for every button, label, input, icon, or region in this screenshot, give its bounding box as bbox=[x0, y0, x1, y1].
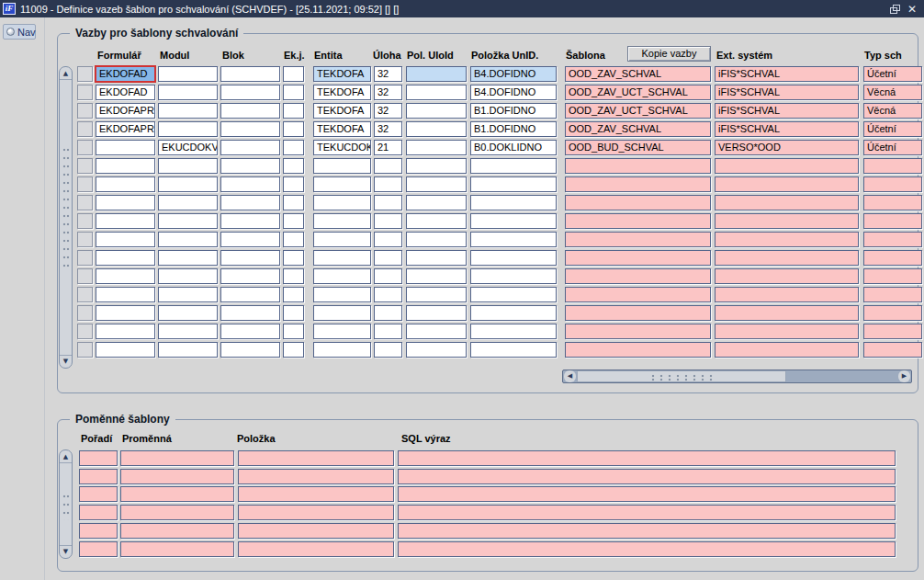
cell-ekj[interactable] bbox=[283, 121, 304, 137]
cell-ekj[interactable] bbox=[283, 103, 304, 119]
cell-pol_uloid[interactable] bbox=[406, 250, 467, 266]
vazby-horizontal-scrollbar[interactable]: ◀ ▶ bbox=[562, 370, 912, 383]
record-selector[interactable] bbox=[77, 268, 93, 284]
cell-pol_uloid[interactable] bbox=[406, 287, 467, 302]
cell-poradi[interactable] bbox=[79, 541, 118, 557]
cell-ext[interactable] bbox=[715, 287, 859, 302]
cell-poradi[interactable] bbox=[79, 469, 118, 484]
scrollbar-grip[interactable] bbox=[62, 148, 70, 267]
cell-ekj[interactable] bbox=[283, 268, 304, 284]
record-selector[interactable] bbox=[77, 66, 93, 82]
cell-form[interactable]: EKDOFAD bbox=[96, 66, 155, 82]
cell-pol_uloid[interactable] bbox=[406, 176, 467, 192]
cell-polozka[interactable]: B1.DOFIDNO bbox=[470, 103, 557, 119]
cell-modul[interactable] bbox=[158, 195, 218, 210]
cell-entita[interactable] bbox=[313, 158, 371, 174]
cell-blok[interactable] bbox=[220, 250, 280, 266]
cell-sql[interactable] bbox=[398, 469, 896, 484]
cell-pol_uloid[interactable] bbox=[406, 121, 467, 137]
cell-modul[interactable]: EKUCDOKV bbox=[158, 140, 218, 155]
cell-sablona[interactable]: OOD_ZAV_SCHVAL bbox=[565, 121, 711, 137]
cell-typ[interactable]: Věcná bbox=[863, 85, 922, 100]
cell-uloha[interactable] bbox=[374, 324, 402, 339]
cell-polozka[interactable]: B0.DOKLIDNO bbox=[470, 140, 557, 155]
cell-ekj[interactable] bbox=[283, 85, 304, 100]
record-selector[interactable] bbox=[77, 213, 93, 229]
cell-ekj[interactable] bbox=[283, 232, 304, 247]
cell-blok[interactable] bbox=[220, 324, 280, 339]
cell-blok[interactable] bbox=[220, 158, 280, 174]
cell-entita[interactable] bbox=[313, 250, 371, 266]
cell-poradi[interactable] bbox=[79, 450, 118, 466]
cell-typ[interactable]: Účetní bbox=[863, 66, 922, 82]
cell-typ[interactable] bbox=[863, 324, 922, 339]
cell-ext[interactable] bbox=[715, 250, 859, 266]
cell-polozka[interactable] bbox=[470, 268, 557, 284]
cell-sablona[interactable] bbox=[565, 195, 711, 210]
cell-polozka[interactable] bbox=[238, 505, 394, 520]
cell-polozka[interactable] bbox=[470, 158, 557, 174]
cell-ext[interactable]: VERSO*OOD bbox=[715, 140, 859, 155]
cell-modul[interactable] bbox=[158, 66, 218, 82]
cell-ekj[interactable] bbox=[283, 176, 304, 192]
cell-ekj[interactable] bbox=[283, 213, 304, 229]
cell-sablona[interactable] bbox=[565, 176, 711, 192]
cell-sablona[interactable] bbox=[565, 158, 711, 174]
cell-form[interactable] bbox=[96, 176, 155, 192]
cell-ext[interactable] bbox=[715, 158, 859, 174]
cell-ext[interactable] bbox=[715, 268, 859, 284]
cell-modul[interactable] bbox=[158, 342, 218, 358]
cell-uloha[interactable] bbox=[374, 287, 402, 302]
cell-polozka[interactable] bbox=[238, 523, 394, 539]
record-selector[interactable] bbox=[77, 103, 93, 119]
nav-button[interactable]: Nav bbox=[3, 24, 36, 40]
cell-polozka[interactable]: B1.DOFIDNO bbox=[470, 121, 557, 137]
cell-polozka[interactable] bbox=[470, 195, 557, 210]
cell-sablona[interactable] bbox=[565, 305, 711, 321]
cell-ekj[interactable] bbox=[283, 158, 304, 174]
cell-pol_uloid[interactable] bbox=[406, 66, 467, 82]
cell-sql[interactable] bbox=[398, 486, 896, 502]
cell-ext[interactable]: iFIS*SCHVAL bbox=[715, 85, 859, 100]
record-selector[interactable] bbox=[77, 158, 93, 174]
cell-form[interactable] bbox=[96, 232, 155, 247]
cell-pol_uloid[interactable] bbox=[406, 342, 467, 358]
cell-entita[interactable] bbox=[313, 287, 371, 302]
cell-ext[interactable] bbox=[715, 213, 859, 229]
cell-uloha[interactable] bbox=[374, 158, 402, 174]
cell-polozka[interactable]: B4.DOFIDNO bbox=[470, 66, 557, 82]
cell-uloha[interactable]: 32 bbox=[374, 85, 402, 100]
record-selector[interactable] bbox=[77, 85, 93, 100]
cell-promenna[interactable] bbox=[120, 523, 234, 539]
cell-ext[interactable] bbox=[715, 195, 859, 210]
cell-blok[interactable] bbox=[220, 85, 280, 100]
cell-sql[interactable] bbox=[398, 505, 896, 520]
cell-form[interactable] bbox=[96, 287, 155, 302]
cell-blok[interactable] bbox=[220, 232, 280, 247]
cell-polozka[interactable] bbox=[238, 486, 394, 502]
cell-ext[interactable] bbox=[715, 305, 859, 321]
cell-sablona[interactable] bbox=[565, 268, 711, 284]
cell-modul[interactable] bbox=[158, 103, 218, 119]
cell-sablona[interactable] bbox=[565, 250, 711, 266]
cell-uloha[interactable] bbox=[374, 305, 402, 321]
cell-ekj[interactable] bbox=[283, 287, 304, 302]
cell-typ[interactable] bbox=[863, 268, 922, 284]
cell-ext[interactable] bbox=[715, 176, 859, 192]
cell-promenna[interactable] bbox=[120, 505, 234, 520]
cell-entita[interactable]: TEKDOFA bbox=[313, 66, 371, 82]
cell-sablona[interactable] bbox=[565, 324, 711, 339]
cell-typ[interactable] bbox=[863, 287, 922, 302]
cell-poradi[interactable] bbox=[79, 505, 118, 520]
cell-ext[interactable]: iFIS*SCHVAL bbox=[715, 121, 859, 137]
scroll-left-icon[interactable]: ◀ bbox=[564, 370, 576, 382]
cell-modul[interactable] bbox=[158, 250, 218, 266]
cell-pol_uloid[interactable] bbox=[406, 324, 467, 339]
cell-blok[interactable] bbox=[220, 121, 280, 137]
cell-ext[interactable] bbox=[715, 324, 859, 339]
cell-typ[interactable]: Věcná bbox=[863, 103, 922, 119]
cell-uloha[interactable] bbox=[374, 268, 402, 284]
cell-ext[interactable]: iFIS*SCHVAL bbox=[715, 66, 859, 82]
cell-sablona[interactable]: OOD_BUD_SCHVAL bbox=[565, 140, 711, 155]
record-selector[interactable] bbox=[77, 195, 93, 210]
